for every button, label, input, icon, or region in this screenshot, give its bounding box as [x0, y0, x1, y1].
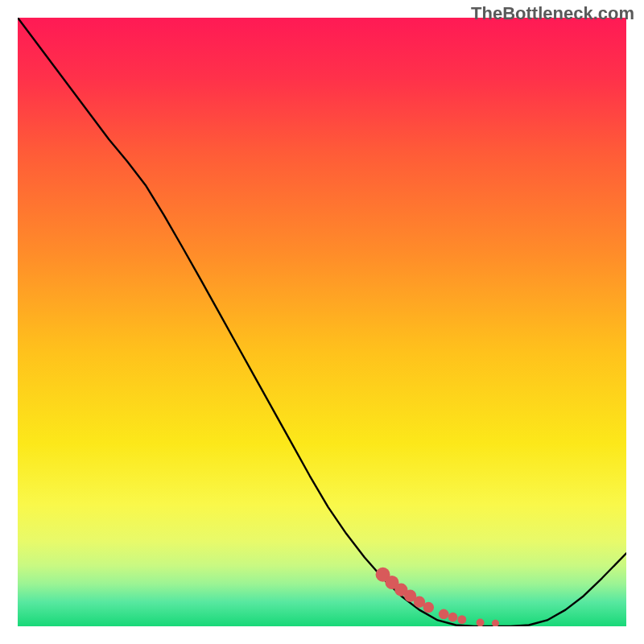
highlight-dot	[439, 609, 449, 620]
watermark-text: TheBottleneck.com	[471, 3, 634, 24]
highlight-dot	[457, 615, 466, 624]
highlight-dot	[477, 619, 485, 626]
highlight-dot	[423, 602, 435, 613]
chart-svg	[18, 18, 626, 626]
chart-area	[18, 18, 626, 626]
highlight-dot	[448, 613, 458, 622]
gradient-background	[18, 18, 626, 626]
